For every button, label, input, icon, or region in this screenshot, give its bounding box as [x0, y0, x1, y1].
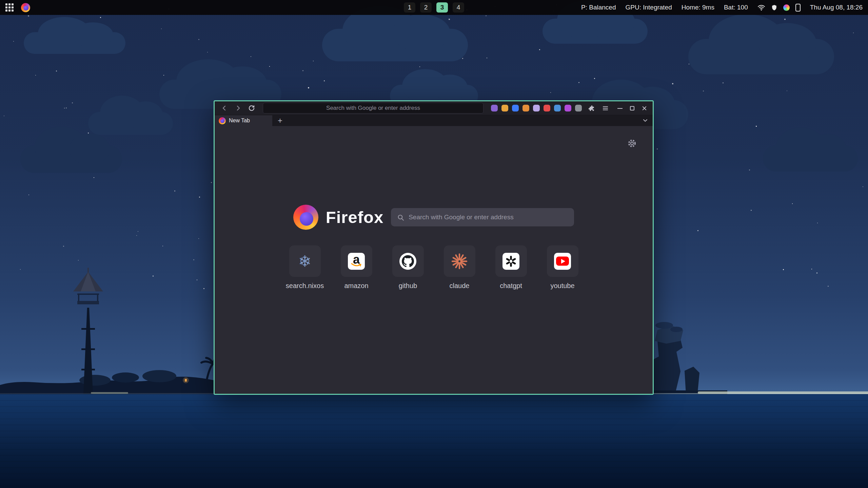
tab-title: New Tab — [229, 118, 250, 124]
cloud — [24, 32, 125, 54]
menu-hamburger-icon[interactable] — [599, 103, 611, 114]
firefox-favicon — [219, 117, 226, 124]
claude-icon — [451, 253, 468, 269]
device-icon[interactable] — [795, 4, 801, 12]
extension-icon-4[interactable] — [522, 105, 529, 111]
tab-bar: New Tab + — [215, 115, 653, 126]
shield-icon[interactable] — [771, 4, 777, 11]
extension-icons — [491, 105, 582, 111]
wifi-icon[interactable] — [757, 4, 765, 12]
shortcut-chatgpt[interactable]: chatgpt — [494, 245, 528, 290]
maximize-button[interactable] — [629, 105, 635, 111]
extension-icon-8[interactable] — [565, 105, 571, 111]
url-input[interactable] — [263, 105, 483, 111]
chatgpt-icon — [502, 253, 519, 270]
amazon-smile-icon — [351, 263, 362, 267]
url-bar[interactable] — [263, 103, 484, 114]
shortcut-claude[interactable]: claude — [442, 245, 476, 290]
firefox-logo — [293, 205, 318, 230]
shortcut-tile: a — [341, 245, 372, 277]
shortcut-tile — [495, 245, 527, 277]
cloud — [688, 39, 834, 74]
firefox-wordmark: Firefox — [326, 208, 383, 227]
shortcut-tile: ❄ — [289, 245, 321, 277]
shortcut-label: claude — [450, 282, 470, 290]
shortcut-tile — [392, 245, 424, 277]
list-tabs-chevron-icon[interactable] — [642, 115, 649, 126]
ocean — [0, 394, 868, 488]
workspace-switcher: 1 2 3 4 — [404, 0, 464, 15]
status-bar: 1 2 3 4 P: Balanced GPU: Integrated Home… — [0, 0, 868, 15]
firefox-window: New Tab + Firefox — [214, 100, 654, 395]
new-tab-page: Firefox ❄ search.nixos a — [215, 126, 653, 394]
cloud — [88, 112, 173, 135]
workspace-button-3[interactable]: 3 — [436, 2, 448, 13]
extensions-puzzle-icon[interactable] — [586, 103, 597, 114]
back-button[interactable] — [219, 103, 230, 114]
shortcut-tile — [444, 245, 475, 277]
minimize-button[interactable] — [617, 105, 623, 111]
battery-status: Bat: 100 — [724, 4, 748, 11]
settings-gear-icon[interactable] — [627, 138, 637, 149]
island-sand — [91, 392, 128, 394]
shortcut-search-nixos[interactable]: ❄ search.nixos — [288, 245, 322, 290]
firefox-icon[interactable] — [21, 3, 30, 12]
shortcut-github[interactable]: github — [391, 245, 425, 290]
shortcut-label: youtube — [550, 282, 574, 290]
color-wheel-icon[interactable] — [783, 4, 790, 11]
forward-button[interactable] — [232, 103, 244, 114]
shortcut-label: chatgpt — [500, 282, 522, 290]
gpu-status: GPU: Integrated — [625, 4, 672, 11]
reload-button[interactable] — [246, 103, 257, 114]
extension-icon-9[interactable] — [575, 105, 582, 111]
power-profile-status: P: Balanced — [581, 4, 616, 11]
tab-new-tab[interactable]: New Tab — [215, 115, 272, 126]
extension-icon-2[interactable] — [501, 105, 508, 111]
shortcut-label: amazon — [344, 282, 368, 290]
github-icon — [399, 253, 416, 270]
shortcut-youtube[interactable]: youtube — [546, 245, 579, 290]
home-latency-status: Home: 9ms — [682, 4, 714, 11]
cloud — [542, 19, 648, 44]
new-tab-button[interactable]: + — [278, 117, 282, 125]
shortcut-amazon[interactable]: a amazon — [339, 245, 373, 290]
extension-icon-3[interactable] — [512, 105, 519, 111]
shortcut-label: search.nixos — [286, 282, 324, 290]
shortcut-tile — [547, 245, 578, 277]
youtube-play-icon — [556, 257, 569, 266]
newtab-search-input[interactable] — [409, 214, 568, 221]
close-button[interactable] — [642, 105, 647, 111]
amazon-icon: a — [348, 253, 365, 270]
far-shore — [698, 391, 868, 394]
workspace-button-4[interactable]: 4 — [453, 2, 464, 13]
extension-icon-1[interactable] — [491, 105, 498, 111]
cloud — [763, 146, 858, 171]
workspace-button-2[interactable]: 2 — [420, 2, 432, 13]
workspace-button-1[interactable]: 1 — [404, 2, 415, 13]
app-launcher-icon[interactable] — [5, 3, 14, 12]
extension-icon-7[interactable] — [554, 105, 561, 111]
nixos-snowflake-icon: ❄ — [298, 253, 312, 269]
extension-icon-6[interactable] — [544, 105, 550, 111]
window-controls — [617, 105, 647, 111]
extension-icon-5[interactable] — [533, 105, 540, 111]
cloud — [20, 146, 122, 173]
newtab-search-bar[interactable] — [391, 208, 574, 226]
search-icon — [397, 214, 404, 221]
shortcut-label: github — [399, 282, 417, 290]
youtube-icon — [554, 253, 571, 270]
cloud — [322, 29, 468, 61]
shortcut-grid: ❄ search.nixos a amazon — [215, 245, 653, 290]
clock: Thu Aug 08, 18:26 — [810, 4, 863, 11]
newtab-hero: Firefox — [215, 126, 653, 230]
browser-toolbar — [215, 101, 653, 115]
rock-island-silhouette — [643, 290, 727, 394]
